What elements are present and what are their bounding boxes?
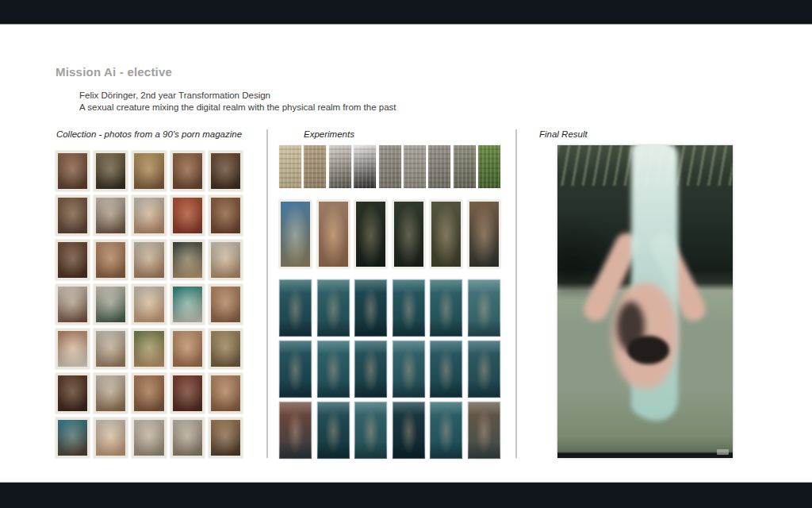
collection-photo-thumbnail: [56, 418, 90, 458]
experiment-texture-thumbnail: [478, 145, 500, 188]
collection-photo-thumbnail: [170, 240, 205, 280]
experiment-photo-thumbnail: [393, 200, 425, 268]
collection-photo-thumbnail: [132, 240, 166, 280]
experiments-section-heading: Experiments: [304, 129, 354, 139]
experiment-underwater-thumbnail: [317, 341, 350, 398]
experiment-texture-thumbnail: [454, 145, 476, 188]
collection-photo-thumbnail: [94, 418, 128, 458]
experiments-texture-row: [279, 145, 500, 188]
experiment-texture-thumbnail: [379, 145, 401, 188]
collection-photo-thumbnail: [132, 329, 166, 369]
experiments-underwater-grid: [279, 279, 500, 459]
experiment-underwater-thumbnail: [393, 402, 425, 459]
bottom-letterbox-bar: [0, 482, 812, 508]
experiment-photo-thumbnail: [317, 200, 350, 268]
experiment-underwater-thumbnail: [317, 279, 350, 337]
page-title: Mission Ai - elective: [56, 65, 172, 79]
project-description: A sexual creature mixing the digital rea…: [79, 102, 396, 114]
collection-photo-thumbnail: [132, 284, 166, 325]
collection-section-heading: Collection - photos from a 90's porn mag…: [56, 129, 243, 139]
collection-photo-thumbnail: [170, 373, 205, 414]
experiment-underwater-thumbnail: [468, 341, 500, 398]
collection-photo-thumbnail: [56, 329, 90, 369]
experiments-photo-row: [279, 200, 500, 268]
final-result-section-heading: Final Result: [539, 129, 588, 139]
collection-photo-thumbnail: [94, 195, 128, 236]
experiment-underwater-thumbnail: [430, 279, 462, 337]
collection-photo-thumbnail: [209, 284, 243, 325]
slide-canvas: Mission Ai - elective Felix Döringer, 2n…: [0, 0, 812, 508]
column-divider-left: [266, 129, 268, 458]
collection-photo-thumbnail: [132, 373, 166, 414]
collection-photo-thumbnail: [56, 240, 90, 280]
collection-photo-thumbnail: [170, 329, 205, 369]
collection-photo-thumbnail: [209, 195, 243, 236]
collection-photo-thumbnail: [94, 373, 128, 414]
experiment-photo-thumbnail: [279, 200, 312, 268]
collection-photo-thumbnail: [209, 151, 243, 191]
collection-photo-thumbnail: [132, 418, 166, 458]
experiment-texture-thumbnail: [279, 145, 301, 188]
experiment-underwater-thumbnail: [354, 341, 387, 398]
experiment-underwater-thumbnail: [354, 402, 387, 459]
collection-photo-thumbnail: [94, 151, 128, 191]
collection-photo-thumbnail: [209, 373, 243, 414]
final-result-image: [557, 145, 733, 458]
collection-photo-thumbnail: [209, 418, 243, 458]
collection-photo-thumbnail: [209, 240, 243, 280]
experiment-texture-thumbnail: [354, 145, 376, 188]
collection-photo-thumbnail: [170, 151, 205, 191]
experiment-underwater-thumbnail: [279, 279, 312, 337]
collection-photo-thumbnail: [209, 329, 243, 369]
collection-photo-grid: [56, 151, 243, 458]
column-divider-right: [515, 129, 517, 458]
image-watermark: [717, 449, 729, 455]
experiment-underwater-thumbnail: [393, 279, 425, 337]
collection-photo-thumbnail: [56, 373, 90, 414]
experiment-photo-thumbnail: [468, 200, 500, 268]
experiment-texture-thumbnail: [329, 145, 351, 188]
collection-photo-thumbnail: [94, 240, 128, 280]
experiment-photo-thumbnail: [430, 200, 462, 268]
collection-photo-thumbnail: [170, 418, 205, 458]
experiment-underwater-thumbnail: [468, 279, 500, 337]
top-letterbox-bar: [0, 0, 812, 25]
collection-photo-thumbnail: [56, 151, 90, 191]
experiment-underwater-thumbnail: [317, 402, 350, 459]
collection-photo-thumbnail: [94, 329, 128, 369]
experiment-underwater-thumbnail: [354, 279, 387, 337]
collection-photo-thumbnail: [56, 284, 90, 325]
experiment-texture-thumbnail: [404, 145, 426, 188]
collection-photo-thumbnail: [56, 195, 90, 236]
experiment-underwater-thumbnail: [279, 402, 312, 459]
author-byline: Felix Döringer, 2nd year Transformation …: [79, 90, 396, 102]
collection-photo-thumbnail: [132, 151, 166, 191]
experiment-underwater-thumbnail: [430, 402, 462, 459]
experiment-texture-thumbnail: [304, 145, 326, 188]
experiment-texture-thumbnail: [428, 145, 450, 188]
experiment-underwater-thumbnail: [393, 341, 425, 398]
experiment-underwater-thumbnail: [468, 402, 500, 459]
intro-text: Felix Döringer, 2nd year Transformation …: [79, 90, 396, 114]
collection-photo-thumbnail: [94, 284, 128, 325]
experiment-underwater-thumbnail: [430, 341, 462, 398]
collection-photo-thumbnail: [170, 195, 205, 236]
figure-swimsuit-shape: [627, 336, 669, 364]
experiment-underwater-thumbnail: [279, 341, 312, 398]
collection-photo-thumbnail: [170, 284, 205, 325]
collection-photo-thumbnail: [132, 195, 166, 236]
experiment-photo-thumbnail: [354, 200, 387, 268]
